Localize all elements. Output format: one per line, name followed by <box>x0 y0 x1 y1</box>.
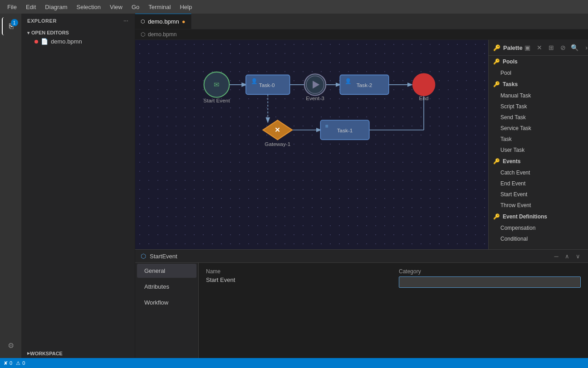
error-icon: ✘ <box>4 360 8 366</box>
activity-badge: 1 <box>11 19 18 26</box>
palette-item-compensation[interactable]: Compensation <box>489 223 588 233</box>
palette-item-service-task[interactable]: Service Task <box>489 123 588 134</box>
name-label: Name <box>206 268 388 275</box>
tab-diagram-icon: ⬡ <box>141 19 145 24</box>
panel-close-btn[interactable]: ∨ <box>573 252 583 261</box>
palette-item-conditional[interactable]: Conditional <box>489 233 588 244</box>
panel-tab-attributes[interactable]: Attributes <box>137 280 196 294</box>
canvas-palette-area: ✉ Start Event 👤 Task-0 Event-3 👤 Task-2 <box>135 40 588 249</box>
palette-section-pools: 🔑 Pools Pool <box>489 56 588 78</box>
sidebar-header-icons: ··· <box>122 17 129 24</box>
tasks-section-label: Tasks <box>503 81 518 87</box>
activity-bar: ⎘ 1 ⚙ <box>0 14 22 358</box>
palette-select-btn[interactable]: ▣ <box>523 43 533 53</box>
svg-text:👤: 👤 <box>345 78 352 84</box>
panel-body: General Attributes Workflow Name Start E… <box>135 263 588 358</box>
palette-validate-btn[interactable]: ⊘ <box>558 43 568 53</box>
palette-panel: 🔑 Palette ▣ ✕ ⊞ ⊘ 🔍 › <box>488 40 588 249</box>
form-group-category: Category <box>399 268 581 288</box>
menu-go[interactable]: Go <box>128 3 143 11</box>
form-group-name: Name Start Event <box>206 268 388 288</box>
palette-section-header-tasks[interactable]: 🔑 Tasks <box>489 78 588 90</box>
diagram-canvas[interactable]: ✉ Start Event 👤 Task-0 Event-3 👤 Task-2 <box>135 40 488 249</box>
menu-file[interactable]: File <box>4 3 20 11</box>
panel-chevron-up-btn[interactable]: ∧ <box>563 252 572 261</box>
svg-text:≡: ≡ <box>325 123 328 129</box>
palette-item-task[interactable]: Task <box>489 134 588 145</box>
menu-view[interactable]: View <box>106 3 126 11</box>
menu-selection[interactable]: Selection <box>73 3 104 11</box>
palette-item-manual-task[interactable]: Manual Task <box>489 90 588 101</box>
panel-controls: ─ ∧ ∨ <box>552 252 583 261</box>
palette-close-btn[interactable]: ✕ <box>534 43 544 53</box>
breadcrumb-icon: ⬡ <box>141 31 145 38</box>
palette-label: Palette <box>503 44 523 51</box>
palette-item-user-task[interactable]: User Task <box>489 145 588 155</box>
settings-activity-icon[interactable]: ⚙ <box>2 336 20 354</box>
palette-item-send-task[interactable]: Send Task <box>489 112 588 123</box>
palette-section-events: 🔑 Events Catch Event End Event Start Eve… <box>489 155 588 211</box>
explorer-activity-icon[interactable]: ⎘ 1 <box>2 17 20 35</box>
menu-help[interactable]: Help <box>176 3 196 11</box>
open-editors-label: OPEN EDITORS <box>31 30 69 35</box>
open-file-demo-bpmn[interactable]: 📄 demo.bpmn <box>22 37 135 46</box>
error-count: 0 <box>10 360 12 366</box>
palette-search-btn[interactable]: 🔍 <box>570 43 580 53</box>
svg-text:Task-2: Task-2 <box>357 82 372 88</box>
menu-diagram[interactable]: Diagram <box>41 3 71 11</box>
palette-section-header-pools[interactable]: 🔑 Pools <box>489 56 588 68</box>
palette-toolbar: ▣ ✕ ⊞ ⊘ 🔍 › <box>523 43 588 53</box>
palette-item-throw-event[interactable]: Throw Event <box>489 200 588 211</box>
bpmn-diagram: ✉ Start Event 👤 Task-0 Event-3 👤 Task-2 <box>135 40 488 249</box>
event-defs-section-icon: 🔑 <box>493 213 500 220</box>
file-icon: 📄 <box>41 38 48 45</box>
panel-icon: ⬡ <box>141 252 146 260</box>
palette-item-end-event[interactable]: End Event <box>489 178 588 189</box>
panel-content: Name Start Event Category <box>199 263 588 358</box>
menubar: File Edit Diagram Selection View Go Term… <box>0 0 588 14</box>
palette-title: 🔑 Palette <box>493 44 523 51</box>
warning-icon: ⚠ <box>16 360 20 366</box>
panel-header: ⬡ StartEvent ─ ∧ ∨ <box>135 250 588 263</box>
tab-demo-bpmn[interactable]: ⬡ demo.bpmn ● <box>135 14 191 29</box>
palette-item-pool[interactable]: Pool <box>489 68 588 78</box>
bottom-panel: ⬡ StartEvent ─ ∧ ∨ General Attributes Wo… <box>135 249 588 358</box>
tab-unsaved-indicator: ● <box>182 18 186 25</box>
palette-section-header-events[interactable]: 🔑 Events <box>489 155 588 167</box>
open-editors-section[interactable]: ▾ OPEN EDITORS <box>22 28 135 37</box>
palette-expand-btn[interactable]: › <box>582 43 588 53</box>
sidebar-more-icon[interactable]: ··· <box>122 17 129 24</box>
status-warnings[interactable]: ⚠ 0 <box>16 360 25 366</box>
panel-tab-general[interactable]: General <box>137 264 196 278</box>
palette-item-script-task[interactable]: Script Task <box>489 101 588 112</box>
unsaved-dot-icon <box>34 40 38 44</box>
editor-area: ⬡ demo.bpmn ● ⬡ demo.bpmn <box>135 14 588 358</box>
palette-section-header-event-definitions[interactable]: 🔑 Event Definitions <box>489 211 588 223</box>
panel-tab-workflow[interactable]: Workflow <box>137 295 196 310</box>
workspace-section[interactable]: ▸ WORKSPACE <box>22 349 135 358</box>
status-errors[interactable]: ✘ 0 <box>4 360 12 366</box>
palette-layout-btn[interactable]: ⊞ <box>546 43 556 53</box>
sidebar-header: EXPLORER ··· <box>22 14 135 28</box>
menu-terminal[interactable]: Terminal <box>145 3 174 11</box>
main-area: ⎘ 1 ⚙ EXPLORER ··· ▾ OPEN EDITORS 📄 demo… <box>0 14 588 358</box>
palette-item-catch-event[interactable]: Catch Event <box>489 167 588 178</box>
event-defs-section-label: Event Definitions <box>503 213 547 220</box>
palette-item-start-event[interactable]: Start Event <box>489 189 588 200</box>
breadcrumb-path: demo.bpmn <box>148 31 176 38</box>
svg-text:Gateway-1: Gateway-1 <box>265 141 290 147</box>
palette-icon: 🔑 <box>493 44 500 51</box>
svg-text:Event-3: Event-3 <box>306 95 324 102</box>
svg-text:Start Event: Start Event <box>203 97 230 104</box>
category-input[interactable] <box>399 276 581 288</box>
svg-text:👤: 👤 <box>251 78 258 84</box>
menu-edit[interactable]: Edit <box>22 3 39 11</box>
palette-section-tasks: 🔑 Tasks Manual Task Script Task Send Tas… <box>489 78 588 155</box>
panel-minimize-btn[interactable]: ─ <box>552 252 561 261</box>
statusbar: ✘ 0 ⚠ 0 <box>0 358 588 368</box>
svg-text:Task-1: Task-1 <box>337 127 353 134</box>
tasks-section-icon: 🔑 <box>493 81 500 87</box>
tabs-bar: ⬡ demo.bpmn ● <box>135 14 588 29</box>
sidebar: EXPLORER ··· ▾ OPEN EDITORS 📄 demo.bpmn … <box>22 14 135 358</box>
chevron-down-icon: ▾ <box>27 30 29 35</box>
